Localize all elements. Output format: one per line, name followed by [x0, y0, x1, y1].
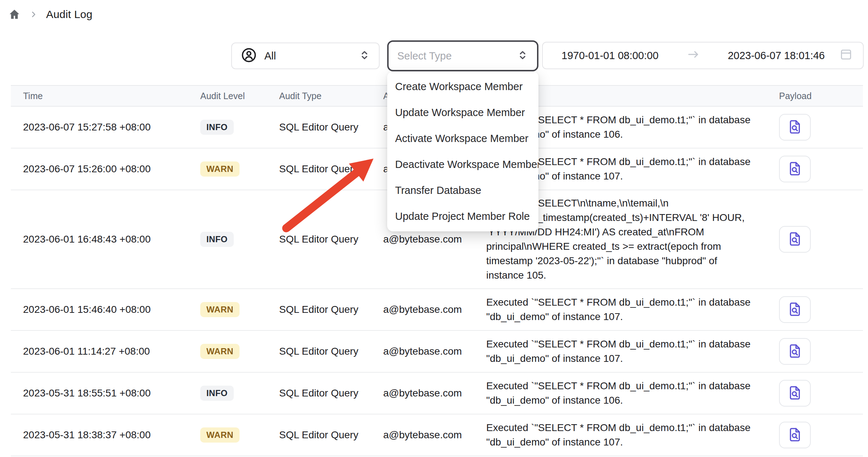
level-badge: INFO	[200, 232, 234, 247]
dropdown-item-label: Activate Workspace Member	[395, 133, 528, 145]
cell-time: 2023-06-07 15:26:00 +08:00	[11, 163, 200, 175]
document-search-icon	[787, 231, 803, 248]
cell-audit-type: SQL Editor Query	[279, 234, 383, 245]
cell-time: 2023-06-01 11:14:27 +08:00	[11, 346, 200, 357]
dropdown-item[interactable]: Activate Workspace Member	[387, 125, 538, 151]
cell-audit-type: SQL Editor Query	[279, 346, 383, 357]
payload-button[interactable]	[779, 114, 811, 141]
payload-button[interactable]	[779, 156, 811, 182]
payload-button[interactable]	[779, 422, 811, 448]
page-title: Audit Log	[46, 8, 93, 21]
cell-time: 2023-06-07 15:27:58 +08:00	[11, 121, 200, 133]
actor-filter-select[interactable]: All	[231, 43, 380, 69]
payload-button[interactable]	[779, 296, 811, 323]
actor-filter-value: All	[264, 50, 276, 62]
user-circle-icon	[241, 47, 257, 65]
payload-button[interactable]	[779, 226, 811, 253]
payload-button[interactable]	[779, 338, 811, 365]
document-search-icon	[787, 343, 803, 360]
type-filter-placeholder: Select Type	[397, 50, 452, 62]
cell-time: 2023-05-31 18:55:51 +08:00	[11, 387, 200, 399]
cell-comment: Executed `"SELECT * FROM db_ui_demo.t1;"…	[486, 337, 767, 366]
calendar-icon	[839, 48, 853, 64]
cell-actor: a@bytebase.com	[383, 346, 486, 357]
cell-audit-type: SQL Editor Query	[279, 387, 383, 399]
cell-actor: a@bytebase.com	[383, 234, 486, 245]
dropdown-item[interactable]: Create Workspace Member	[387, 74, 538, 99]
col-header-payload: Payload	[767, 91, 863, 101]
comment-line: Executed `"SELECT * FROM db_ui_demo.t1;"…	[486, 379, 767, 393]
arrow-right-icon	[686, 47, 701, 64]
comment-line: "db_ui_demo" of instance 107.	[486, 310, 767, 324]
cell-time: 2023-06-01 15:46:40 +08:00	[11, 304, 200, 315]
dropdown-item[interactable]: Update Project Member Role	[387, 203, 538, 229]
col-header-audit-level: Audit Level	[200, 91, 279, 101]
col-header-time: Time	[11, 91, 200, 101]
level-badge: WARN	[200, 161, 240, 177]
comment-line: "db_ui_demo" of instance 107.	[486, 435, 767, 449]
dropdown-item-label: Deactivate Workspace Member	[395, 159, 538, 170]
comment-line: "db_ui_demo" of instance 107.	[486, 351, 767, 366]
cell-comment: Executed `"SELECT * FROM db_ui_demo.t1;"…	[486, 379, 767, 408]
document-search-icon	[787, 385, 803, 402]
cell-actor: a@bytebase.com	[383, 429, 486, 441]
cell-audit-type: SQL Editor Query	[279, 121, 383, 133]
dropdown-item-label: Update Workspace Member	[395, 107, 525, 119]
level-badge: WARN	[200, 427, 240, 443]
level-badge: WARN	[200, 302, 240, 317]
comment-line: Executed `"SELECT * FROM db_ui_demo.t1;"…	[486, 421, 767, 435]
document-search-icon	[787, 426, 803, 444]
document-search-icon	[787, 301, 803, 319]
dropdown-item[interactable]: Update Workspace Member	[387, 99, 538, 125]
table-row: 2023-06-01 15:46:40 +08:00 WARN SQL Edit…	[11, 289, 863, 331]
type-dropdown: Create Workspace Member Update Workspace…	[387, 71, 538, 231]
date-range-picker[interactable]: 1970-01-01 08:00:00 2023-06-07 18:01:46	[542, 42, 864, 69]
date-range-end: 2023-06-07 18:01:46	[728, 50, 825, 62]
type-filter-select[interactable]: Select Type	[387, 40, 538, 71]
level-badge: INFO	[200, 386, 234, 401]
comment-line: Executed `"SELECT * FROM db_ui_demo.t1;"…	[486, 295, 767, 310]
comment-line: timestamp '2023-05-22');"` in database "…	[486, 254, 767, 268]
cell-comment: Executed `"SELECT * FROM db_ui_demo.t1;"…	[486, 421, 767, 449]
cell-actor: a@bytebase.com	[383, 304, 486, 315]
breadcrumb: Audit Log	[8, 8, 93, 21]
cell-audit-type: SQL Editor Query	[279, 429, 383, 441]
col-header-audit-type: Audit Type	[279, 91, 383, 101]
level-badge: WARN	[200, 344, 240, 359]
payload-button[interactable]	[779, 380, 811, 407]
comment-line: Executed `"SELECT * FROM db_ui_demo.t1;"…	[486, 337, 767, 351]
table-row: 2023-06-01 11:14:27 +08:00 WARN SQL Edit…	[11, 331, 863, 373]
chevron-right-icon	[30, 10, 37, 18]
dropdown-item-label: Update Project Member Role	[395, 210, 530, 222]
cell-audit-type: SQL Editor Query	[279, 163, 383, 175]
cell-audit-type: SQL Editor Query	[279, 304, 383, 315]
cell-time: 2023-05-31 18:38:37 +08:00	[11, 429, 200, 441]
comment-line: principal\nWHERE created_ts >= extract(e…	[486, 239, 767, 254]
comment-line: instance 105.	[486, 268, 767, 283]
home-icon[interactable]	[8, 8, 21, 21]
dropdown-item[interactable]: Transfer Database	[387, 177, 538, 203]
dropdown-item-label: Create Workspace Member	[395, 81, 523, 93]
table-row: 2023-05-31 18:38:37 +08:00 WARN SQL Edit…	[11, 414, 863, 456]
dropdown-item-label: Transfer Database	[395, 185, 481, 196]
table-row: 2023-05-31 18:55:51 +08:00 INFO SQL Edit…	[11, 373, 863, 414]
document-search-icon	[787, 119, 803, 136]
level-badge: INFO	[200, 120, 234, 135]
chevron-up-down-icon	[359, 49, 370, 62]
document-search-icon	[787, 160, 803, 178]
date-range-start: 1970-01-01 08:00:00	[561, 50, 658, 62]
chevron-up-down-icon	[517, 49, 528, 62]
dropdown-item[interactable]: Deactivate Workspace Member	[387, 151, 538, 177]
cell-time: 2023-06-01 16:48:43 +08:00	[11, 234, 200, 245]
comment-line: "db_ui_demo" of instance 106.	[486, 393, 767, 408]
cell-comment: Executed `"SELECT * FROM db_ui_demo.t1;"…	[486, 295, 767, 324]
cell-actor: a@bytebase.com	[383, 387, 486, 399]
